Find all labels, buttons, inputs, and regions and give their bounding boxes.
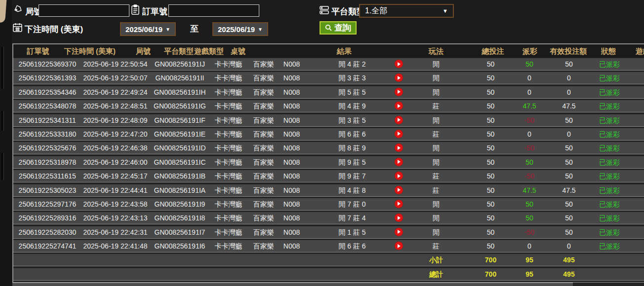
cell-play_btn [392,72,405,84]
replay-video-button[interactable] [395,228,403,236]
cell-game_type: 百家樂 [246,100,281,112]
cell-bet_time [81,254,149,266]
search-button[interactable]: 查詢 [320,21,357,35]
cell-play_method: 莊 [405,240,467,252]
cell-platform: 卡卡灣廳 [210,198,246,210]
round-number-input[interactable] [39,4,129,17]
replay-video-button[interactable] [395,130,403,138]
column-header-game_type: 遊戲類型 [194,44,224,58]
cell-valid_bet: 47.5 [544,184,594,196]
cell-payout: 50 [515,156,544,168]
replay-video-button[interactable] [395,88,403,96]
cell-status: 已派彩 [594,170,625,182]
cell-round_no: GN008256191IF [149,114,210,126]
cell-status: 已派彩 [594,100,625,112]
platform-type-select[interactable]: 1.全部 ▼ [359,4,454,18]
to-label: 至 [190,23,199,35]
cell-round_no: GN008256191IG [149,100,210,112]
horizontal-scrollbar[interactable] [12,283,644,286]
scrollbar-thumb[interactable] [12,283,573,286]
cell-total_bet: 50 [467,128,515,140]
cell-platform [210,254,246,266]
cell-play_btn [392,170,405,182]
date-to-value: 2025/06/19 [218,25,255,34]
replay-video-button[interactable] [395,102,403,110]
cell-status [594,254,625,266]
platform-type-icon [319,5,329,15]
cell-result: 閒 3 莊 5 [303,114,392,126]
column-header-status: 狀態 [601,44,616,58]
replay-video-button[interactable] [395,186,403,194]
cell-total_bet: 50 [467,86,515,98]
cell-extra [625,170,644,182]
replay-video-button[interactable] [395,172,403,180]
cell-status: 已派彩 [594,212,625,224]
cell-play_btn [392,100,405,112]
cell-bet_time: 2025-06-19 22:46:00 [81,156,149,168]
cell-order_no: 250619225354346 [13,86,81,98]
cell-order_no: 250619225348078 [13,100,81,112]
replay-video-button[interactable] [395,158,403,166]
cell-play_method: 總計 [405,268,467,280]
cell-extra [625,226,644,238]
cell-status: 已派彩 [594,128,625,140]
cell-payout: -50 [515,226,544,238]
cell-play_method: 閒 [405,156,467,168]
cell-payout: 95 [515,254,544,266]
cell-extra [625,184,644,196]
chevron-down-icon: ▼ [443,8,448,14]
cell-payout: -50 [515,114,544,126]
cell-play_btn [392,240,405,252]
replay-video-button[interactable] [395,60,403,68]
cell-play_method: 莊 [405,184,467,196]
table-row: 2506192253331802025-06-19 22:47:20GN0082… [13,128,644,141]
cell-table_no: N008 [281,198,303,210]
cell-total_bet: 50 [467,156,515,168]
cell-game_type: 百家樂 [246,198,281,210]
cell-round_no: GN008256191I7 [149,226,210,238]
cell-table_no: N008 [281,212,303,224]
cell-platform: 卡卡灣廳 [210,128,246,140]
cell-order_no: 250619225289316 [13,212,81,224]
replay-video-button[interactable] [395,116,403,124]
replay-video-button[interactable] [395,214,403,222]
replay-video-button[interactable] [395,242,403,250]
replay-video-button[interactable] [395,143,403,152]
column-header-order_no: 訂單號 [27,44,49,58]
cell-valid_bet: 50 [544,170,594,182]
cell-status: 已派彩 [594,86,625,98]
cell-payout: 50 [515,198,544,210]
cell-play_btn [392,268,405,280]
column-header-table_no: 桌號 [231,44,245,58]
cell-valid_bet: 495 [544,254,594,266]
order-number-label: 訂單號 [142,6,167,17]
replay-video-button[interactable] [395,73,403,82]
cell-order_no: 250619225305023 [13,184,81,196]
cell-order_no: 250619225333180 [13,128,81,140]
cell-play_btn [392,226,405,238]
table-row: 2506192252747412025-06-19 22:41:48GN0082… [13,240,644,252]
cell-play_btn [392,184,405,196]
cell-play_method: 莊 [405,170,467,182]
cell-result: 閒 8 莊 9 [303,142,392,154]
date-from-picker[interactable]: 2025/06/19 ▼ [120,22,176,36]
cell-platform: 卡卡灣廳 [210,226,246,238]
cell-result: 閒 9 莊 7 [303,170,392,182]
column-header-valid_bet: 有效投注額 [550,44,587,58]
bet-records-table: 訂單號下注時間 (美東)局號平台類型遊戲類型桌號結果玩法總投注派彩有效投注額狀態… [12,43,644,283]
replay-video-button[interactable] [395,200,403,208]
date-to-picker[interactable]: 2025/06/19 ▼ [212,22,268,36]
table-row: 2506192253693702025-06-19 22:50:54GN0082… [13,58,644,71]
cell-game_type: 百家樂 [246,72,281,84]
cell-game_type: 百家樂 [246,170,281,182]
cell-order_no: 250619225274741 [13,240,81,252]
cell-total_bet: 50 [467,198,515,210]
cell-table_no: N008 [281,100,303,112]
cell-result: 閒 9 莊 5 [303,156,392,168]
cell-valid_bet: 50 [544,198,594,210]
platform-type-selected-value: 1.全部 [365,6,387,16]
cell-payout: -50 [515,170,544,182]
order-number-input[interactable] [168,4,259,17]
cell-round_no: GN008256191IC [149,156,210,168]
cell-status: 已派彩 [594,72,625,84]
